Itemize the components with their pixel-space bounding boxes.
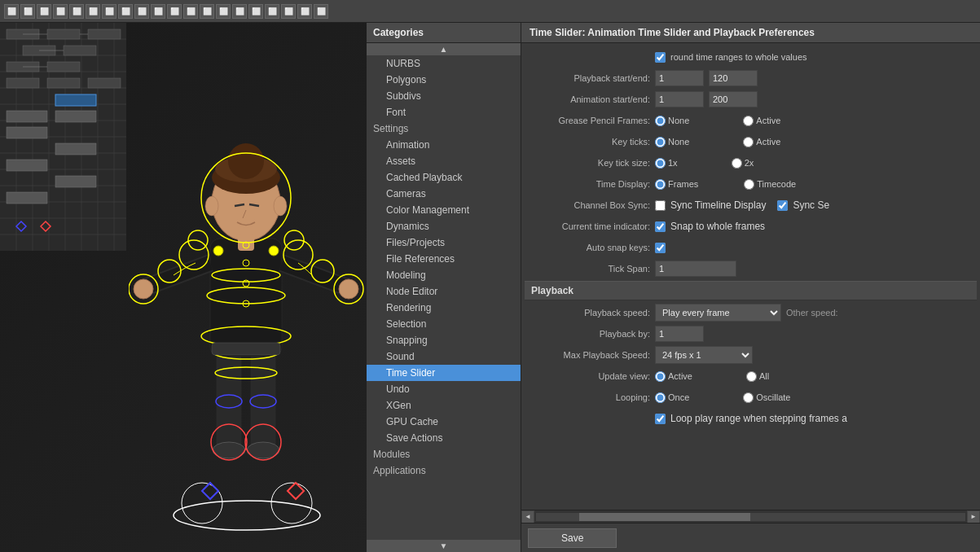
toolbar-icon-18[interactable]: ⬜ <box>281 4 296 19</box>
cat-item-gpu-cache[interactable]: GPU Cache <box>367 414 521 430</box>
toolbar-icon-20[interactable]: ⬜ <box>314 4 328 19</box>
tick-span-input[interactable] <box>655 261 736 277</box>
cb-sync-timeline-label: Sync Timeline Display <box>670 199 766 211</box>
anim-start-input[interactable] <box>655 91 704 107</box>
toolbar-icon-10[interactable]: ⬜ <box>151 4 165 19</box>
radio-loop-once-label[interactable]: Once <box>655 392 689 403</box>
toolbar-icon-14[interactable]: ⬜ <box>216 4 231 19</box>
toolbar-icon-4[interactable]: ⬜ <box>53 4 68 19</box>
toolbar-icon-13[interactable]: ⬜ <box>200 4 214 19</box>
radio-update-active[interactable] <box>655 371 666 382</box>
scroll-right-button[interactable]: ► <box>967 510 980 524</box>
radio-update-all-label[interactable]: All <box>746 371 769 382</box>
radio-ticksize-2x[interactable] <box>732 158 742 169</box>
radio-keyticks-active-label[interactable]: Active <box>743 137 780 147</box>
toolbar-icon-15[interactable]: ⬜ <box>232 4 247 19</box>
cb-sync-se-label: Sync Se <box>793 199 829 211</box>
radio-time-frames-label[interactable]: Frames <box>655 179 698 190</box>
cat-item-cached-playback[interactable]: Cached Playback <box>367 169 521 186</box>
playback-end-input[interactable] <box>709 70 758 86</box>
playback-section-header: Playback <box>525 281 977 300</box>
cat-item-applications[interactable]: Applications <box>367 462 521 479</box>
cb-sync-se[interactable] <box>777 200 788 211</box>
svg-rect-26 <box>47 62 80 72</box>
scroll-track[interactable] <box>536 513 965 521</box>
cat-item-font[interactable]: Font <box>367 104 521 120</box>
cat-item-time-slider[interactable]: Time Slider <box>367 365 521 381</box>
cat-item-assets[interactable]: Assets <box>367 153 521 169</box>
cat-item-settings[interactable]: Settings <box>367 120 521 137</box>
radio-grease-active[interactable] <box>743 116 754 126</box>
cat-item-files-projects[interactable]: Files/Projects <box>367 234 521 251</box>
radio-update-all[interactable] <box>746 371 757 382</box>
anim-end-input[interactable] <box>709 91 758 107</box>
radio-time-frames[interactable] <box>655 179 666 190</box>
scroll-down-button[interactable]: ▼ <box>367 540 521 552</box>
radio-update-active-label[interactable]: Active <box>655 371 692 382</box>
radio-keyticks-none[interactable] <box>655 137 666 147</box>
scroll-up-button[interactable]: ▲ <box>367 43 521 55</box>
cat-item-cameras[interactable]: Cameras <box>367 186 521 202</box>
label-auto-snap-keys: Auto snap keys: <box>525 243 655 252</box>
cat-item-save-actions[interactable]: Save Actions <box>367 430 521 446</box>
radio-grease-none-label[interactable]: None <box>655 116 689 126</box>
toolbar-icon-9[interactable]: ⬜ <box>134 4 149 19</box>
playback-by-input[interactable] <box>655 326 704 342</box>
toolbar-icon-12[interactable]: ⬜ <box>183 4 198 19</box>
cat-item-dynamics[interactable]: Dynamics <box>367 218 521 234</box>
toolbar-icon-19[interactable]: ⬜ <box>297 4 312 19</box>
cat-item-modules[interactable]: Modules <box>367 446 521 462</box>
max-playback-speed-dropdown[interactable]: 24 fps x 1 24 fps x 2 30 fps x 1 Unlimit… <box>655 346 753 364</box>
cat-item-selection[interactable]: Selection <box>367 316 521 332</box>
radio-ticksize-1x[interactable] <box>655 158 666 169</box>
cat-item-color-management[interactable]: Color Management <box>367 202 521 218</box>
toolbar-icon-1[interactable]: ⬜ <box>4 4 19 19</box>
toolbar-icon-7[interactable]: ⬜ <box>102 4 116 19</box>
scroll-left-button[interactable]: ◄ <box>521 510 534 524</box>
cat-item-modeling[interactable]: Modeling <box>367 267 521 283</box>
toolbar-icon-17[interactable]: ⬜ <box>265 4 279 19</box>
toolbar-icon-5[interactable]: ⬜ <box>69 4 84 19</box>
cat-item-animation[interactable]: Animation <box>367 137 521 153</box>
svg-rect-29 <box>47 78 80 88</box>
cat-item-snapping[interactable]: Snapping <box>367 332 521 348</box>
cat-item-sound[interactable]: Sound <box>367 348 521 365</box>
label-animation-startend: Animation start/end: <box>525 94 655 104</box>
cat-item-xgen[interactable]: XGen <box>367 397 521 414</box>
toolbar-icon-11[interactable]: ⬜ <box>167 4 182 19</box>
toolbar-icon-2[interactable]: ⬜ <box>20 4 35 19</box>
radio-grease-active-label[interactable]: Active <box>743 116 780 126</box>
cb-auto-snap-keys[interactable] <box>655 243 666 253</box>
svg-point-45 <box>174 501 320 530</box>
radio-loop-oscillate-label[interactable]: Oscillate <box>743 392 790 403</box>
cb-scroll-range[interactable] <box>655 52 666 63</box>
radio-keyticks-active[interactable] <box>743 137 754 147</box>
cat-item-nurbs[interactable]: NURBS <box>367 55 521 72</box>
cat-item-node-editor[interactable]: Node Editor <box>367 283 521 300</box>
radio-time-timecode[interactable] <box>744 179 754 190</box>
radio-ticksize-1x-label[interactable]: 1x <box>655 158 678 169</box>
playback-start-input[interactable] <box>655 70 704 86</box>
toolbar-icon-8[interactable]: ⬜ <box>118 4 133 19</box>
toolbar-icon-3[interactable]: ⬜ <box>37 4 51 19</box>
cat-item-polygons[interactable]: Polygons <box>367 72 521 88</box>
radio-loop-once[interactable] <box>655 392 666 403</box>
cat-item-subdivs[interactable]: Subdivs <box>367 88 521 104</box>
cb-snap-whole-frames[interactable] <box>655 221 666 232</box>
radio-ticksize-2x-label[interactable]: 2x <box>732 158 754 169</box>
playback-speed-dropdown[interactable]: Play every frame Real-time [24 fps] Half… <box>655 304 781 322</box>
cb-sync-timeline[interactable] <box>655 200 666 211</box>
save-button[interactable]: Save <box>528 528 617 548</box>
toolbar-icon-16[interactable]: ⬜ <box>248 4 263 19</box>
cat-item-undo[interactable]: Undo <box>367 381 521 397</box>
cat-item-rendering[interactable]: Rendering <box>367 300 521 316</box>
controls-auto-snap-keys <box>655 243 666 253</box>
radio-time-timecode-label[interactable]: Timecode <box>744 179 796 190</box>
radio-grease-none[interactable] <box>655 116 666 126</box>
toolbar-icon-6[interactable]: ⬜ <box>86 4 100 19</box>
cb-loop-play-range[interactable] <box>655 414 666 424</box>
row-playback-speed: Playback speed: Play every frame Real-ti… <box>525 304 977 322</box>
radio-keyticks-none-label[interactable]: None <box>655 137 689 147</box>
cat-item-file-references[interactable]: File References <box>367 251 521 267</box>
radio-loop-oscillate[interactable] <box>743 392 754 403</box>
